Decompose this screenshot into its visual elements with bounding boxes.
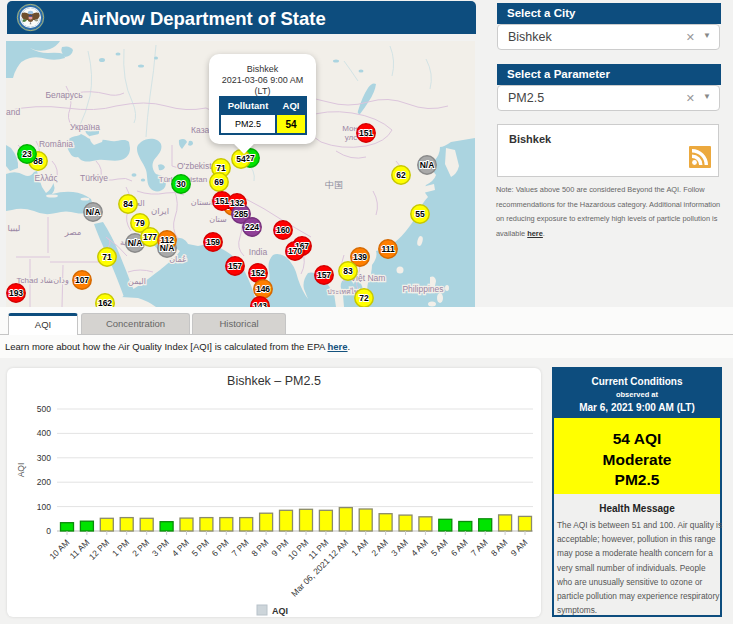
svg-text:9 AM: 9 AM	[509, 537, 530, 558]
svg-text:ايران: ايران	[151, 206, 169, 216]
svg-text:84: 84	[123, 199, 133, 209]
svg-text:4 AM: 4 AM	[409, 537, 430, 558]
svg-text:N/A: N/A	[86, 207, 101, 217]
svg-text:177: 177	[143, 232, 157, 242]
svg-text:11 AM: 11 AM	[68, 537, 92, 561]
svg-text:107: 107	[75, 275, 89, 285]
svg-text:3 PM: 3 PM	[150, 537, 171, 558]
svg-text:400: 400	[37, 428, 51, 438]
svg-text:ستان: ستان	[209, 215, 227, 224]
svg-text:157: 157	[228, 261, 242, 271]
svg-text:AQI: AQI	[16, 463, 26, 478]
svg-text:139: 139	[353, 252, 367, 262]
svg-text:ليبيا: ليبيا	[8, 223, 21, 233]
svg-text:اليمن: اليمن	[128, 277, 146, 286]
svg-text:83: 83	[343, 266, 353, 276]
svg-text:2 AM: 2 AM	[369, 537, 390, 558]
svg-text:Україна: Україна	[70, 122, 100, 132]
svg-text:170: 170	[288, 246, 302, 256]
svg-text:500: 500	[37, 404, 51, 414]
svg-text:ودان: ودان	[53, 276, 69, 285]
svg-text:100: 100	[37, 502, 51, 512]
svg-text:2 PM: 2 PM	[130, 537, 151, 558]
svg-text:224: 224	[245, 222, 259, 232]
svg-text:7 PM: 7 PM	[230, 537, 251, 558]
svg-text:Türkiye: Türkiye	[80, 173, 108, 183]
svg-text:72: 72	[359, 293, 369, 303]
svg-text:7 AM: 7 AM	[469, 537, 490, 558]
svg-text:Tchad تشاد: Tchad تشاد	[17, 276, 56, 285]
svg-text:1 PM: 1 PM	[110, 537, 131, 558]
svg-text:151: 151	[359, 128, 373, 138]
svg-text:55: 55	[415, 209, 425, 219]
svg-text:8 AM: 8 AM	[489, 537, 510, 558]
svg-text:4 PM: 4 PM	[170, 537, 191, 558]
svg-text:6 AM: 6 AM	[449, 537, 470, 558]
svg-text:71: 71	[216, 163, 226, 173]
svg-text:160: 160	[276, 225, 290, 235]
svg-text:5 AM: 5 AM	[429, 537, 450, 558]
svg-text:27: 27	[245, 153, 255, 163]
svg-text:and: and	[6, 107, 20, 117]
svg-text:6 PM: 6 PM	[210, 537, 231, 558]
svg-text:انستان: انستان	[191, 198, 213, 207]
svg-text:69: 69	[214, 177, 224, 187]
svg-text:Bishkek – PM2.5: Bishkek – PM2.5	[227, 374, 321, 388]
svg-text:30: 30	[176, 179, 186, 189]
svg-text:10 AM: 10 AM	[47, 537, 71, 561]
svg-text:143: 143	[253, 301, 267, 307]
svg-text:3 AM: 3 AM	[389, 537, 410, 558]
svg-text:132: 132	[230, 198, 244, 208]
svg-text:79: 79	[135, 218, 145, 228]
svg-text:159: 159	[206, 237, 220, 247]
svg-text:10 PM: 10 PM	[286, 537, 310, 561]
svg-text:India: India	[249, 247, 268, 257]
svg-text:N/A: N/A	[128, 238, 143, 248]
svg-text:Беларусь: Беларусь	[45, 90, 83, 100]
svg-text:151: 151	[215, 196, 229, 206]
svg-text:146: 146	[256, 284, 270, 294]
svg-text:71: 71	[102, 252, 112, 262]
svg-text:România: România	[39, 139, 73, 149]
svg-text:1 AM: 1 AM	[349, 537, 370, 558]
svg-text:157: 157	[317, 270, 331, 280]
svg-text:0: 0	[46, 526, 51, 536]
svg-text:152: 152	[251, 268, 265, 278]
svg-text:N/A: N/A	[160, 243, 175, 253]
svg-text:111: 111	[381, 244, 395, 254]
svg-text:5 PM: 5 PM	[190, 537, 211, 558]
svg-text:中国: 中国	[325, 180, 343, 190]
svg-text:23: 23	[22, 149, 32, 159]
svg-text:162: 162	[98, 298, 112, 307]
svg-text:12 PM: 12 PM	[87, 537, 111, 561]
svg-text:62: 62	[396, 170, 406, 180]
svg-text:Philippines: Philippines	[402, 284, 443, 294]
svg-text:285: 285	[234, 209, 248, 219]
svg-text:مصر: مصر	[64, 227, 82, 237]
svg-text:Ελλάς: Ελλάς	[34, 173, 57, 183]
svg-text:193: 193	[9, 288, 23, 298]
svg-text:8 PM: 8 PM	[249, 537, 270, 558]
svg-text:N/A: N/A	[420, 160, 435, 170]
svg-text:300: 300	[37, 453, 51, 463]
svg-text:54: 54	[236, 154, 246, 164]
svg-text:AQI: AQI	[272, 606, 288, 616]
svg-text:200: 200	[37, 477, 51, 487]
svg-text:улс: улс	[345, 133, 358, 142]
